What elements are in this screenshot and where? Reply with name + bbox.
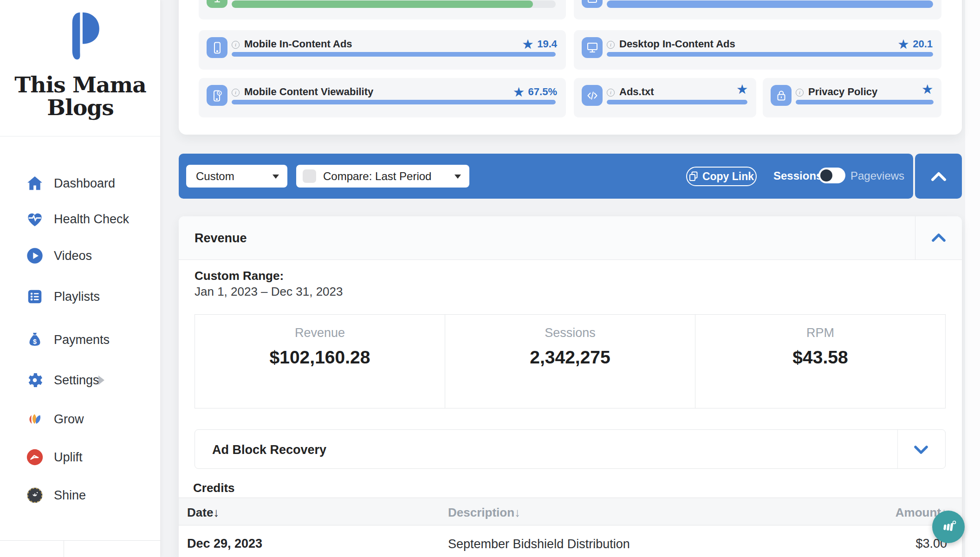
info-icon[interactable]: i (232, 89, 240, 97)
star-icon: ★ (737, 84, 747, 94)
app-root: This Mama Blogs Dashboard Health Check V (0, 0, 980, 557)
info-icon[interactable]: i (607, 89, 615, 97)
sidebar-footer-divider (0, 540, 161, 541)
brand-line1: This Mama (0, 73, 161, 96)
progress-track (232, 0, 556, 8)
copy-link-label: Copy Link (702, 170, 754, 183)
header-divider (915, 216, 915, 260)
health-card-mobile-viewability[interactable]: i Mobile Content Viewability ★ 67.5% (199, 78, 566, 117)
metric-value: ★ 20.1 (898, 38, 933, 50)
sidebar-item-settings[interactable]: Settings (0, 369, 161, 391)
metric-value: ★ (737, 84, 747, 94)
chevron-down-icon (454, 175, 461, 179)
sessions-pageviews-toggle[interactable] (818, 168, 845, 183)
sidebar-item-label: Videos (54, 249, 92, 263)
playlist-icon (25, 286, 45, 307)
progress-track (232, 52, 556, 57)
health-card-clipped-left[interactable]: i (199, 0, 566, 19)
date-range-dropdown[interactable]: Custom (186, 165, 287, 188)
progress-track (796, 100, 934, 104)
info-icon[interactable]: i (796, 89, 804, 97)
report-toolbar: Custom Compare: Last Period Copy Link Se… (179, 154, 913, 199)
stat-label: RPM (695, 326, 945, 340)
metric-label: Mobile In-Content Ads (244, 38, 352, 50)
sidebar-item-grow[interactable]: Grow (0, 408, 161, 430)
toggle-label-pageviews[interactable]: Pageviews (850, 169, 904, 182)
metric-number: 19.4 (537, 38, 557, 50)
svg-text:$: $ (33, 338, 37, 345)
brand-logo[interactable] (0, 10, 161, 64)
desktop-monitor-icon (582, 37, 603, 58)
date-range-value: Custom (196, 170, 234, 183)
chevron-up-icon (930, 171, 947, 182)
custom-range-label: Custom Range: (195, 269, 284, 283)
sidebar-item-shine[interactable]: Shine (0, 484, 161, 506)
gear-icon (25, 370, 45, 390)
progress-track (607, 100, 747, 104)
star-icon: ★ (523, 39, 533, 49)
health-card-desktop-in-content[interactable]: i Desktop In-Content Ads ★ 20.1 (574, 30, 941, 70)
progress-track (232, 100, 556, 104)
column-header-description[interactable]: Description↓ (448, 505, 520, 520)
stat-value: $102,160.28 (195, 347, 445, 368)
health-card-clipped-right[interactable]: i ★ 1.1 (574, 0, 941, 19)
revenue-title: Revenue (195, 231, 247, 246)
progress-fill (607, 100, 747, 104)
progress-fill (232, 100, 556, 104)
metric-label: Privacy Policy (808, 86, 877, 98)
main-content: i i ★ 1.1 (161, 0, 980, 557)
copy-icon (689, 171, 698, 181)
play-circle-icon (25, 246, 45, 266)
revenue-collapse-button[interactable] (931, 233, 946, 244)
column-header-date[interactable]: Date↓ (187, 505, 219, 520)
compare-dropdown[interactable]: Compare: Last Period (296, 165, 469, 188)
ad-block-expand-button[interactable] (914, 445, 928, 456)
health-card-mobile-in-content[interactable]: i Mobile In-Content Ads ★ 19.4 (199, 30, 566, 70)
metric-label: Mobile Content Viewability (244, 86, 373, 98)
health-card-ads-txt[interactable]: i Ads.txt ★ (574, 78, 756, 117)
sidebar-item-label: Uplift (54, 450, 83, 465)
lock-icon (771, 85, 792, 106)
sidebar-item-health-check[interactable]: Health Check (0, 208, 161, 230)
stat-label: Sessions (445, 326, 695, 340)
star-icon: ★ (513, 87, 524, 97)
sidebar-item-dashboard[interactable]: Dashboard (0, 172, 161, 194)
copy-link-button[interactable]: Copy Link (686, 167, 757, 186)
stat-sessions: Sessions 2,342,275 (445, 315, 695, 408)
metric-value: ★ 67.5% (513, 86, 557, 98)
clipboard-check-icon (582, 0, 603, 8)
desktop-monitor-icon (207, 0, 227, 8)
sidebar-item-label: Playlists (54, 290, 100, 304)
page-right-margin (965, 0, 980, 557)
sidebar-item-label: Payments (54, 333, 110, 347)
shine-icon (25, 485, 45, 505)
sidebar-item-payments[interactable]: $ Payments (0, 329, 161, 351)
sidebar-item-videos[interactable]: Videos (0, 245, 161, 267)
code-icon (582, 85, 603, 106)
health-card-privacy-policy[interactable]: i Privacy Policy ★ (763, 78, 941, 117)
info-icon[interactable]: i (607, 41, 615, 49)
stat-value: $43.58 (695, 347, 945, 368)
credit-date: Dec 29, 2023 (187, 537, 262, 551)
credits-table-header: Date↓ Description↓ Amount↓ (179, 498, 962, 525)
mediavine-chat-fab[interactable] (932, 511, 965, 543)
toggle-label-sessions[interactable]: Sessions (773, 169, 822, 182)
ad-block-recovery-title: Ad Block Recovery (212, 443, 326, 457)
compare-checkbox[interactable] (303, 169, 316, 183)
brand-name: This Mama Blogs (0, 73, 161, 119)
sidebar-item-uplift[interactable]: Uplift (0, 446, 161, 468)
toolbar-collapse-button[interactable] (915, 154, 962, 199)
progress-track (607, 52, 933, 57)
ad-block-recovery-section[interactable]: Ad Block Recovery (195, 429, 946, 469)
stat-label: Revenue (195, 326, 445, 340)
info-icon[interactable]: i (232, 41, 240, 49)
sidebar-item-label: Grow (54, 412, 84, 427)
sidebar-item-playlists[interactable]: Playlists (0, 285, 161, 308)
sidebar-divider (0, 136, 161, 136)
progress-fill (607, 0, 933, 8)
credit-description: September Bidshield Distribution (448, 537, 630, 551)
chevron-up-icon (931, 233, 946, 242)
credits-title: Credits (193, 481, 235, 495)
sidebar-item-label: Shine (54, 488, 86, 503)
toggle-knob (820, 169, 832, 181)
